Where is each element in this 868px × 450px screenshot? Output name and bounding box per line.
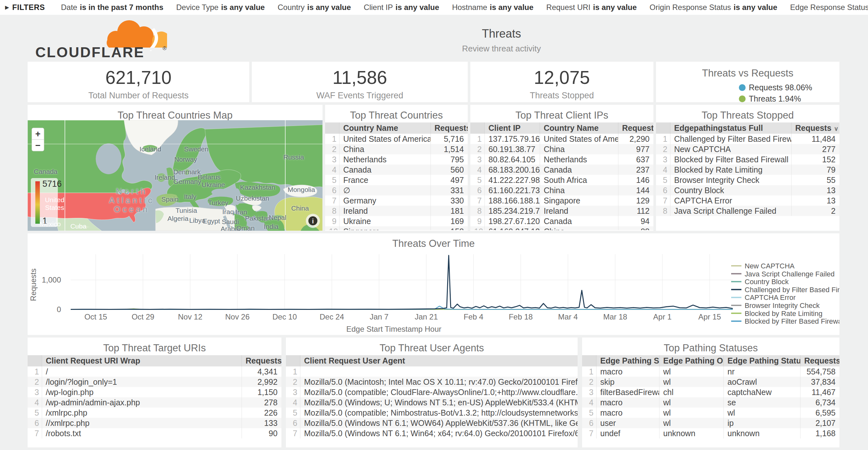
table-row[interactable]: 9Ukraine169 bbox=[325, 216, 468, 226]
filter-item[interactable]: Origin Response Statusis any value bbox=[650, 3, 777, 11]
table-row[interactable]: 2Mozilla/5.0 (Macintosh; Intel Mac OS X … bbox=[286, 377, 578, 387]
table-row[interactable]: 3Mozilla/5.0 (compatible; CloudFlare-Alw… bbox=[286, 387, 578, 397]
table-row[interactable]: 2New CAPTCHA277 bbox=[656, 144, 839, 154]
table-row[interactable]: 260.191.38.77China977 bbox=[470, 144, 653, 154]
table-row[interactable]: 2/login/?login_only=12,992 bbox=[28, 377, 281, 387]
table-cell: Mozilla/5.0 (Windows NT 6.1; Win64; x64;… bbox=[300, 428, 578, 439]
table-row[interactable]: 2China1,514 bbox=[325, 144, 468, 154]
table-row[interactable]: 6Country Block13 bbox=[656, 185, 839, 196]
table-cell: United States of America bbox=[540, 134, 618, 144]
table-row[interactable]: 5macrowlwl6,595 bbox=[582, 408, 839, 418]
table-row[interactable]: 8Java Script Challenge Failed2 bbox=[656, 206, 839, 216]
table-row[interactable]: 1061.160.247.127China88 bbox=[470, 226, 653, 230]
column-header[interactable]: Requests∨ bbox=[242, 355, 281, 366]
table-cell: /wp-admin/admin-ajax.php bbox=[42, 397, 242, 408]
table-row[interactable]: 8185.234.219.70Ireland112 bbox=[470, 206, 653, 216]
table-cell: 181 bbox=[431, 206, 468, 216]
stat-label: WAF Events Triggered bbox=[252, 91, 468, 100]
table-cell: wl bbox=[659, 418, 723, 428]
table-row[interactable]: 4/wp-admin/admin-ajax.php278 bbox=[28, 397, 281, 408]
column-header[interactable]: Edge Pathing Op bbox=[659, 355, 723, 366]
table-row[interactable]: 1Challenged by Filter Based Firewall11,4… bbox=[656, 134, 839, 144]
table-row[interactable]: 7/robots.txt90 bbox=[28, 428, 281, 439]
table-row[interactable]: 5Mozilla/5.0 (compatible; Nimbostratus-B… bbox=[286, 408, 578, 418]
table-row[interactable]: 7undefunknownunknown1,168 bbox=[582, 428, 839, 439]
table-cell: nr bbox=[723, 366, 800, 377]
table-row[interactable]: 10Singapore158 bbox=[325, 226, 468, 230]
column-header[interactable]: Edge Pathing Src bbox=[596, 355, 659, 366]
x-tick-label: Feb 4 bbox=[464, 312, 483, 321]
table-row[interactable]: 4macrowlse6,734 bbox=[582, 397, 839, 408]
filter-item[interactable]: Edge Response Statusis any value bbox=[790, 3, 868, 11]
column-header[interactable]: Edgepathingstatus Full bbox=[670, 122, 791, 134]
table-row[interactable]: 1/4,341 bbox=[28, 366, 281, 377]
panel-title: Top Threat Countries Map bbox=[28, 105, 322, 121]
table-row[interactable]: 7Germany330 bbox=[325, 196, 468, 206]
table-row[interactable]: 1 bbox=[286, 366, 578, 377]
column-header[interactable]: Requests∨ bbox=[618, 122, 653, 134]
table-cell: South Africa bbox=[540, 175, 618, 185]
table-row[interactable]: 2skipwlaoCrawl37,834 bbox=[582, 377, 839, 387]
table-row[interactable]: 9198.27.67.120Canada94 bbox=[470, 216, 653, 226]
column-header[interactable]: Requests∨ bbox=[431, 122, 468, 134]
table-row[interactable]: 661.160.221.73China144 bbox=[470, 185, 653, 196]
filters-toggle[interactable]: ▶ FILTERS bbox=[0, 3, 48, 12]
column-header[interactable]: Country Name bbox=[339, 122, 431, 134]
client-ips-table: Client IPCountry NameRequests∨1137.175.7… bbox=[470, 122, 653, 230]
table-cell: 1,514 bbox=[431, 144, 468, 154]
legend-label: New CAPTCHA bbox=[745, 262, 795, 270]
column-header[interactable]: Client IP bbox=[485, 122, 540, 134]
table-row[interactable]: 3Blocked by Filter Based Firewall152 bbox=[656, 154, 839, 164]
table-cell: Canada bbox=[540, 216, 618, 226]
threats-over-time-chart[interactable]: Oct 15Oct 29Nov 12Nov 26Dec 10Dec 24Jan … bbox=[28, 233, 839, 335]
table-row[interactable]: 5France497 bbox=[325, 175, 468, 185]
x-tick-label: Nov 12 bbox=[178, 312, 203, 321]
filter-item[interactable]: Client IPis any value bbox=[364, 3, 439, 11]
column-header[interactable]: Client Request User Agent bbox=[300, 355, 578, 366]
row-rank: 4 bbox=[582, 397, 596, 408]
table-row[interactable]: 1macrowlnr554,758 bbox=[582, 366, 839, 377]
table-row[interactable]: 380.82.64.105Netherlands637 bbox=[470, 154, 653, 164]
table-row[interactable]: 7Mozilla/5.0 (Windows NT 6.1; Win64; x64… bbox=[286, 428, 578, 439]
table-row[interactable]: 5/xmlrpc.php226 bbox=[28, 408, 281, 418]
table-row[interactable]: 468.183.200.167Canada237 bbox=[470, 164, 653, 175]
table-row[interactable]: 541.222.227.98South Africa146 bbox=[470, 175, 653, 185]
table-row[interactable]: 1137.175.79.166United States of America2… bbox=[470, 134, 653, 144]
table-row[interactable]: 5Browser Integrity Check55 bbox=[656, 175, 839, 185]
column-header[interactable]: Country Name bbox=[540, 122, 618, 134]
column-header[interactable]: Requests∨ bbox=[800, 355, 839, 366]
table-row[interactable]: 3filterBasedFirewallchlcaptchaNew11,467 bbox=[582, 387, 839, 397]
table-cell: ∅ bbox=[339, 185, 431, 196]
stat-value: 621,710 bbox=[28, 67, 249, 88]
table-cell: 330 bbox=[431, 196, 468, 206]
column-header[interactable]: Client Request URI Wrap bbox=[42, 355, 242, 366]
world-map[interactable]: + − 5716 1 bbox=[28, 120, 322, 231]
table-row[interactable]: 4Mozilla/5.0 (Windows; U; Windows NT 5.1… bbox=[286, 397, 578, 408]
stat-value: 11,586 bbox=[252, 67, 468, 88]
table-cell: 185.234.219.70 bbox=[485, 206, 540, 216]
column-header[interactable]: Requests∨ bbox=[791, 122, 839, 134]
table-row[interactable]: 1United States of America5,716 bbox=[325, 134, 468, 144]
table-cell: 112 bbox=[618, 206, 653, 216]
column-header[interactable]: Edge Pathing Status bbox=[723, 355, 800, 366]
filter-item[interactable]: Countryis any value bbox=[278, 3, 351, 11]
table-row[interactable]: 3/wp-login.php1,150 bbox=[28, 387, 281, 397]
table-cell: macro bbox=[596, 408, 659, 418]
stat-waf-events: 11,586 WAF Events Triggered bbox=[252, 62, 468, 102]
table-row[interactable]: 6∅331 bbox=[325, 185, 468, 196]
filter-item[interactable]: Dateis in the past 7 months bbox=[61, 3, 163, 11]
filter-item[interactable]: Hostnameis any value bbox=[452, 3, 533, 11]
table-row[interactable]: 8Ireland181 bbox=[325, 206, 468, 216]
filter-item[interactable]: Device Typeis any value bbox=[176, 3, 265, 11]
table-row[interactable]: 6Mozilla/5.0 (Windows NT 6.1; WOW64) App… bbox=[286, 418, 578, 428]
threat-map-panel: Top Threat Countries Map bbox=[28, 105, 322, 231]
table-row[interactable]: 4Canada560 bbox=[325, 164, 468, 175]
filter-item[interactable]: Request URIis any value bbox=[547, 3, 637, 11]
table-row[interactable]: 7CAPTCHA Error13 bbox=[656, 196, 839, 206]
table-row[interactable]: 7188.166.188.152Singapore129 bbox=[470, 196, 653, 206]
table-row[interactable]: 3Netherlands795 bbox=[325, 154, 468, 164]
table-row[interactable]: 4Blocked by Rate Limiting79 bbox=[656, 164, 839, 175]
legend-max-value: 5716 bbox=[42, 179, 62, 189]
table-row[interactable]: 6userwlip2,107 bbox=[582, 418, 839, 428]
table-row[interactable]: 6//xmlrpc.php133 bbox=[28, 418, 281, 428]
